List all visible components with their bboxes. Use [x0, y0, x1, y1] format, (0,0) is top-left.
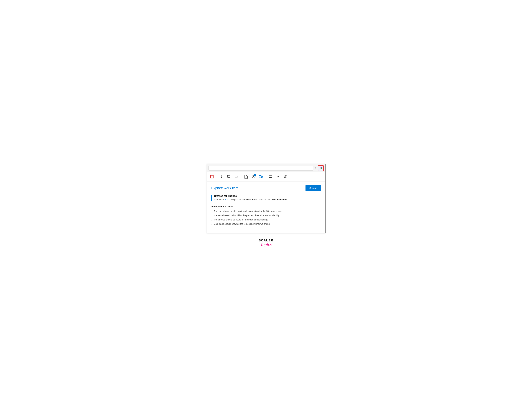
link-icon: [259, 175, 263, 178]
acceptance-section: Acceptance Criteria 1. The user should b…: [211, 205, 321, 226]
meta-story-number: 307: [225, 198, 228, 201]
toolbar-btn-clock[interactable]: 1: [250, 173, 257, 180]
video-icon: [235, 175, 238, 179]
content-header: Explore work item Change: [211, 185, 321, 191]
extension-button[interactable]: [318, 165, 324, 171]
comment-icon: [227, 175, 231, 179]
content-area: Explore work item Change Browse for phon…: [207, 181, 325, 233]
address-bar[interactable]: [209, 166, 313, 170]
monitor-icon: [269, 175, 273, 179]
svg-rect-3: [220, 176, 223, 178]
list-item: 4. Main page should show all the top sel…: [211, 222, 321, 226]
toolbar-btn-monitor[interactable]: [267, 173, 274, 180]
toolbar-separator-1: [217, 174, 217, 180]
file-icon: [244, 175, 248, 179]
toolbar-btn-camera[interactable]: [218, 173, 225, 180]
meta-iteration-label: Iteration Path:: [259, 198, 272, 201]
toolbar-btn-square[interactable]: [209, 173, 215, 180]
svg-point-4: [221, 176, 222, 177]
work-item-meta: User Story: 307 Assigned To: Christie Ch…: [214, 198, 321, 201]
clock-badge: 1: [254, 174, 256, 176]
svg-rect-2: [210, 175, 213, 178]
svg-point-15: [278, 176, 279, 177]
meta-iteration-value: Documentation: [272, 198, 287, 201]
list-item: 3. The phones should be listed on the ba…: [211, 218, 321, 221]
scaler-brand-bottom: Topics: [260, 242, 272, 247]
toolbar: 1: [207, 172, 325, 181]
toolbar-separator-3: [266, 174, 266, 180]
camera-icon: [220, 175, 223, 179]
acceptance-criteria-title: Acceptance Criteria: [211, 205, 321, 208]
meta-assigned-name: Christie Church: [242, 198, 257, 201]
svg-point-18: [285, 176, 286, 176]
list-item: 1. The user should be able to view all i…: [211, 210, 321, 213]
toolbar-btn-info[interactable]: [282, 173, 289, 180]
acceptance-list: 1. The user should be able to view all i…: [211, 210, 321, 226]
svg-point-11: [261, 177, 262, 178]
list-item: 2. The search results should list the ph…: [211, 214, 321, 217]
toolbar-separator-2: [241, 174, 241, 180]
address-bar-row: ☆: [207, 164, 325, 172]
flask-icon: [319, 166, 323, 170]
meta-story-label: User Story:: [214, 198, 224, 201]
work-item-title: Browse for phones: [214, 195, 321, 197]
scaler-footer: SCALER Topics: [258, 239, 273, 247]
star-icon[interactable]: ☆: [314, 166, 317, 170]
outer-wrapper: ☆: [200, 157, 332, 254]
svg-point-0: [321, 168, 322, 169]
scaler-brand-top: SCALER: [258, 239, 273, 242]
svg-rect-12: [269, 175, 272, 177]
toolbar-btn-comment[interactable]: [226, 173, 232, 180]
info-icon: [284, 175, 287, 179]
svg-rect-8: [235, 176, 237, 178]
change-button[interactable]: Change: [305, 185, 321, 191]
square-icon: [210, 175, 214, 178]
work-item-card: Browse for phones User Story: 307 Assign…: [211, 195, 321, 201]
toolbar-btn-gear[interactable]: [275, 173, 282, 180]
browser-window: ☆: [207, 164, 325, 233]
meta-assigned-label: Assigned To:: [230, 198, 241, 201]
page-title: Explore work item: [211, 186, 239, 190]
toolbar-btn-file[interactable]: [243, 173, 249, 180]
gear-icon: [276, 175, 280, 179]
svg-rect-5: [228, 175, 230, 177]
svg-rect-1: [320, 167, 321, 167]
toolbar-btn-video[interactable]: [233, 173, 240, 180]
toolbar-btn-link[interactable]: [258, 173, 265, 180]
